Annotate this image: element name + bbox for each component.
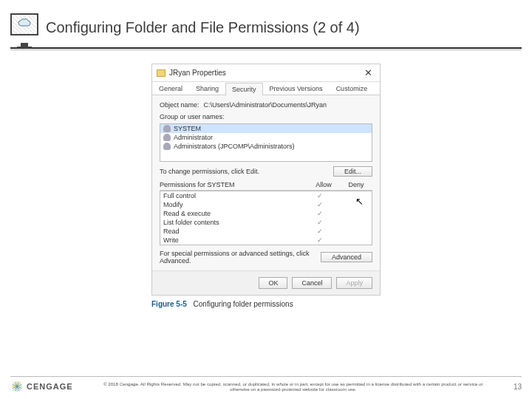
deny-column-label: Deny — [340, 181, 372, 188]
dialog-tabs: General Sharing Security Previous Versio… — [152, 82, 380, 95]
cloud-monitor-icon — [10, 13, 38, 41]
dialog-titlebar: JRyan Properties ✕ — [152, 64, 380, 82]
cancel-button[interactable]: Cancel — [292, 277, 332, 289]
group-users-label: Group or user names: — [160, 113, 225, 120]
perm-row-write: Write✓ — [160, 236, 372, 245]
perm-row-read-execute: Read & execute✓ — [160, 209, 372, 218]
slide-title: Configuring Folder and File Permissions … — [46, 19, 360, 36]
close-icon[interactable]: ✕ — [361, 67, 375, 78]
allow-column-label: Allow — [307, 181, 340, 188]
user-icon — [163, 143, 171, 150]
edit-button[interactable]: Edit... — [333, 166, 372, 177]
dialog-body: Object name: C:\Users\Administrator\Docu… — [152, 95, 380, 270]
object-name-label: Object name: — [160, 101, 200, 109]
ok-button[interactable]: OK — [259, 277, 287, 289]
user-icon — [163, 125, 171, 132]
permissions-header: Permissions for SYSTEM Allow Deny — [160, 180, 372, 191]
permissions-list: Full control✓ Modify✓ Read & execute✓ Li… — [160, 191, 372, 245]
user-row-system[interactable]: SYSTEM — [160, 124, 372, 133]
tab-security[interactable]: Security — [225, 83, 263, 95]
tab-sharing[interactable]: Sharing — [189, 82, 225, 95]
cengage-logo: CENGAGE — [10, 380, 73, 393]
perm-row-read: Read✓ — [160, 227, 372, 236]
edit-hint: To change permissions, click Edit. — [160, 168, 259, 175]
check-icon: ✓ — [304, 201, 336, 208]
slide-header: Configuring Folder and File Permissions … — [0, 0, 532, 47]
check-icon: ✓ — [304, 228, 336, 235]
tab-general[interactable]: General — [152, 82, 189, 95]
check-icon: ✓ — [304, 219, 336, 226]
user-label: Administrators (JPCOMP\Administrators) — [174, 143, 295, 150]
permissions-for-label: Permissions for SYSTEM — [160, 181, 307, 188]
figure-caption: Figure 5-5 Configuring folder permission… — [151, 300, 381, 308]
advanced-hint: For special permissions or advanced sett… — [160, 250, 315, 265]
perm-row-list-contents: List folder contents✓ — [160, 218, 372, 227]
dialog-buttons: OK Cancel Apply — [152, 270, 380, 295]
user-row-administrators[interactable]: Administrators (JPCOMP\Administrators) — [160, 142, 372, 151]
slide-footer: CENGAGE © 2018 Cengage. All Rights Reser… — [0, 376, 532, 393]
object-name-value: C:\Users\Administrator\Documents\JRyan — [204, 101, 327, 109]
figure-area: JRyan Properties ✕ General Sharing Secur… — [0, 64, 532, 308]
figure-number: Figure 5-5 — [151, 300, 187, 308]
cengage-burst-icon — [10, 380, 24, 393]
cengage-wordmark: CENGAGE — [27, 382, 73, 391]
user-row-administrator[interactable]: Administrator — [160, 133, 372, 142]
perm-row-full-control: Full control✓ — [160, 191, 372, 200]
user-label: SYSTEM — [174, 125, 201, 132]
folder-icon — [157, 69, 166, 77]
properties-dialog: JRyan Properties ✕ General Sharing Secur… — [151, 64, 381, 296]
title-divider — [10, 47, 522, 49]
dialog-title: JRyan Properties — [169, 69, 361, 77]
figure-caption-text: Configuring folder permissions — [194, 300, 293, 308]
perm-row-modify: Modify✓ — [160, 200, 372, 209]
user-list[interactable]: SYSTEM Administrator Administrators (JPC… — [160, 123, 372, 162]
check-icon: ✓ — [304, 236, 336, 244]
tab-previous-versions[interactable]: Previous Versions — [263, 82, 330, 95]
user-label: Administrator — [174, 134, 213, 141]
copyright-text: © 2018 Cengage. All Rights Reserved. May… — [79, 381, 508, 392]
footer-divider — [10, 376, 522, 377]
apply-button[interactable]: Apply — [336, 277, 372, 289]
page-number: 13 — [514, 383, 522, 391]
check-icon: ✓ — [304, 192, 336, 200]
user-icon — [163, 134, 171, 141]
tab-customize[interactable]: Customize — [330, 82, 375, 95]
title-divider-thin — [10, 50, 522, 50]
advanced-button[interactable]: Advanced — [321, 252, 372, 262]
check-icon: ✓ — [304, 210, 336, 217]
